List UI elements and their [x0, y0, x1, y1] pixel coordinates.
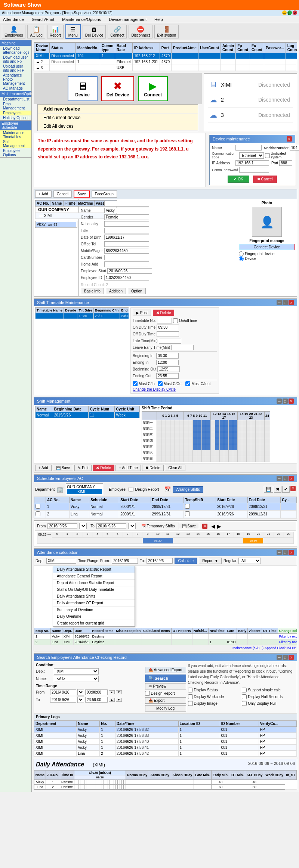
- change-display-cycle-link[interactable]: Change the Display Cycle: [133, 387, 176, 391]
- menu-device[interactable]: Device management: [108, 17, 148, 22]
- timetable-row[interactable]: 18:3025/0023/00: [36, 313, 129, 319]
- search-to-date-sel[interactable]: ▼: [77, 697, 84, 703]
- ac-log-button[interactable]: 📋AC Log: [27, 25, 45, 38]
- regular-select[interactable]: All: [238, 558, 261, 564]
- employees-button[interactable]: 👤Employees: [2, 25, 25, 38]
- preview-button[interactable]: 👁 Preview: [145, 683, 186, 689]
- emp-cancel-button[interactable]: Cancel: [53, 190, 72, 198]
- sched-save-icon-btn[interactable]: 💾: [264, 486, 273, 493]
- time-save-button[interactable]: 💾 Save: [179, 523, 200, 529]
- sched-close-icon-btn[interactable]: ×: [290, 486, 296, 491]
- emp-name-input[interactable]: [104, 208, 149, 213]
- schedule-row[interactable]: 2LinaNormal 2000/1/12999/12/31 2016/9/26…: [34, 511, 297, 518]
- report-general[interactable]: Attendance General Report: [53, 573, 135, 580]
- timetable-post-button[interactable]: ▶ Post: [133, 310, 151, 316]
- menu-help[interactable]: Help: [153, 17, 164, 22]
- disconnect-button[interactable]: ⛔Disconnect: [129, 25, 152, 38]
- fingerprint-radio[interactable]: [239, 251, 244, 256]
- display-status-check[interactable]: [188, 688, 193, 692]
- shift-edit-button[interactable]: ✎ Edit: [74, 465, 92, 471]
- sidebar-item-emp-mgmt[interactable]: Emp. Management: [0, 102, 31, 111]
- shift-add-time-button[interactable]: + Add Time: [115, 465, 141, 471]
- basic-info-tab[interactable]: Basic Info: [81, 288, 104, 294]
- emp-start-input[interactable]: [107, 268, 152, 274]
- search-minimize[interactable]: ─: [277, 655, 282, 660]
- from-date2[interactable]: [112, 558, 138, 564]
- schedule-maximize[interactable]: □: [283, 476, 288, 481]
- to-date2[interactable]: [147, 558, 173, 564]
- beg-out-input[interactable]: [157, 366, 180, 372]
- to-date-select[interactable]: ▼: [128, 523, 136, 529]
- device-status-item-2[interactable]: ☁ 2 Disconnected: [208, 92, 293, 108]
- timetable-no-input[interactable]: [157, 318, 172, 323]
- temp-shift-0[interactable]: [185, 504, 190, 509]
- report-button[interactable]: 📊Report: [47, 25, 64, 38]
- log-row[interactable]: XIMIVicky1 2016/9/26 17:56:401001FP: [34, 739, 297, 745]
- from-date-select[interactable]: ▼: [79, 523, 87, 529]
- report-daily-ot[interactable]: Daily Attendance OT Report: [53, 600, 135, 607]
- end-in-input[interactable]: [156, 360, 179, 365]
- menu-maintenance[interactable]: Maintenance/Options: [61, 17, 102, 22]
- search-name-select[interactable]: <All>: [54, 676, 99, 682]
- search-from-time-up[interactable]: ▲: [109, 690, 115, 694]
- timetable-close[interactable]: ×: [289, 300, 294, 305]
- maximize-button[interactable]: □: [287, 10, 292, 15]
- att-calc-row-1[interactable]: 1VickyXIMI2016/9/26Daytime Filter by exc…: [34, 634, 297, 639]
- shift-delete-time-button[interactable]: ✖ Delete: [142, 465, 164, 471]
- emp-homeadd-input[interactable]: [104, 261, 149, 267]
- emp-id-input[interactable]: [104, 275, 149, 280]
- log-row[interactable]: XIMILina2 2016/9/26 17:56:421001FP: [34, 751, 297, 757]
- shift-add-button[interactable]: + Add: [35, 465, 52, 471]
- sidebar-item-dept[interactable]: Department List: [0, 97, 31, 102]
- dep-input[interactable]: [46, 558, 76, 564]
- device-status-item-1[interactable]: 🖥 XIMI Disconnected: [208, 77, 293, 92]
- onoff-check[interactable]: [173, 318, 178, 323]
- sidebar-item-emp-options[interactable]: Employee Options: [0, 148, 31, 157]
- timetable-minimize[interactable]: ─: [277, 300, 282, 305]
- log-row[interactable]: XIMIVicky1 2016/9/26 17:56:331001FP: [34, 733, 297, 739]
- device-maintenance-close[interactable]: ×: [287, 136, 292, 142]
- daily-row-vicky[interactable]: Vicky1Partime 4040: [34, 780, 297, 785]
- report-current-grid[interactable]: Create report for current grid: [53, 620, 135, 626]
- sidebar-item-holiday[interactable]: Holiday Options: [0, 115, 31, 120]
- modify-log-button[interactable]: Modify Log: [145, 705, 186, 712]
- report-depart[interactable]: Depart Attendance Statistic Report: [53, 580, 135, 586]
- log-row[interactable]: XIMIVicky1 2016/9/26 17:56:411001FP: [34, 745, 297, 751]
- sidebar-item-photo[interactable]: Attendance Photo Management: [0, 73, 31, 86]
- edit-all-devices-item[interactable]: Edit All devices: [38, 122, 198, 131]
- edit-current-device-item[interactable]: Edit current device: [38, 114, 198, 122]
- support-simple-check[interactable]: [242, 688, 247, 692]
- emp-save-button[interactable]: Save: [74, 190, 90, 198]
- display-null-check[interactable]: [242, 694, 247, 699]
- leave-early-input[interactable]: [171, 345, 194, 350]
- att-right-btn-1[interactable]: Maintenance (c /B...): [232, 646, 263, 650]
- display-image-check[interactable]: [188, 701, 193, 706]
- dm-comm-select[interactable]: Ethernet: [239, 152, 264, 159]
- search-from-date-sel[interactable]: ▼: [77, 689, 84, 695]
- dm-ip-input[interactable]: [235, 160, 269, 166]
- dm-ok-button[interactable]: ✔ OK: [228, 176, 249, 183]
- del-device-button[interactable]: 🗑Del Device: [83, 25, 106, 38]
- search-close[interactable]: ×: [289, 655, 294, 660]
- report-daily-shifts[interactable]: Daily Attendance Shifts: [53, 593, 135, 600]
- menu-attendance[interactable]: Attendance: [2, 17, 25, 22]
- dm-cancel-button[interactable]: ✖ Cancel: [253, 176, 277, 183]
- search-from-time[interactable]: [85, 689, 108, 695]
- shift-minimize[interactable]: ─: [277, 399, 282, 404]
- close-button[interactable]: ×: [293, 10, 297, 15]
- end-out-input[interactable]: [156, 373, 179, 379]
- schedule-close[interactable]: ×: [289, 476, 294, 481]
- display-workcode-check[interactable]: [188, 694, 193, 699]
- emp-dob-input[interactable]: [104, 235, 149, 240]
- dm-port-input[interactable]: [279, 160, 292, 166]
- sidebar-item-download-att[interactable]: Download attendance logs: [0, 46, 31, 55]
- device-status-item-3[interactable]: ☁ 3 Disconnected: [208, 108, 293, 123]
- dm-name-input[interactable]: [235, 145, 262, 151]
- nav-icon-right[interactable]: ▶: [217, 523, 221, 529]
- report-onoff-timetable[interactable]: Staff's On-Duty/Off-Duty Timetable: [53, 586, 135, 593]
- search-maximize[interactable]: □: [283, 655, 288, 660]
- design-report-check[interactable]: [129, 487, 133, 492]
- search-to-time[interactable]: [85, 697, 108, 703]
- connect-button[interactable]: 🔗Connect: [108, 25, 127, 38]
- shift-close[interactable]: ×: [289, 399, 294, 404]
